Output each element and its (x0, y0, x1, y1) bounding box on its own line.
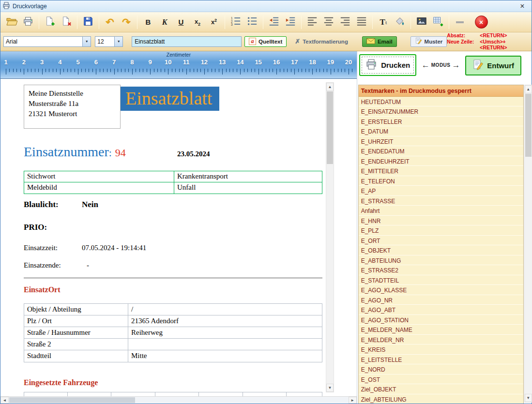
textmarken-item[interactable]: E_MELDER_NAME (359, 325, 523, 335)
chevron-down-icon[interactable]: ▼ (114, 37, 122, 46)
textmarken-item[interactable]: E_NORD (359, 364, 523, 374)
textmarken-item[interactable]: HEUTEDATUM (359, 97, 523, 107)
cell-empty (155, 392, 199, 397)
redo-button[interactable]: ↷ (118, 14, 135, 30)
insert-line-button[interactable] (452, 14, 468, 30)
outdent-button[interactable] (266, 14, 282, 30)
ruler-tick (143, 69, 143, 72)
ruler-tick (161, 69, 161, 72)
arrow-left-icon: ← (422, 61, 430, 69)
textmarken-item[interactable]: E_AGO_STATION (359, 315, 523, 325)
textmarken-item[interactable]: Ziel_ABTEILUNG (359, 394, 523, 404)
muster-button[interactable]: Muster (410, 36, 447, 47)
entwurf-button[interactable]: Entwurf (465, 56, 521, 75)
fill-color-button[interactable] (392, 14, 408, 30)
ruler-tick (345, 69, 345, 72)
align-center-button[interactable] (320, 14, 337, 30)
textmarken-item[interactable]: E_ERSTELLER (359, 117, 523, 127)
ruler-tick (28, 69, 28, 72)
chevron-down-icon[interactable]: ▼ (82, 37, 91, 46)
textmarken-item[interactable]: E_ENDEUHRZEIT (359, 156, 523, 166)
drucken-button[interactable]: Drucken (359, 54, 416, 76)
textmarken-item[interactable]: E_MITTEILER (359, 166, 523, 176)
textmarken-item[interactable]: E_HNR (359, 216, 523, 226)
hint-zeile-value: <Umsch>+<RETURN> (480, 39, 527, 51)
font-family-select[interactable]: Arial ▼ (3, 36, 91, 47)
textmarken-item[interactable]: E_KREIS (359, 344, 523, 355)
document-scrollbar[interactable]: ▲ ▼ (326, 82, 334, 393)
scrollbar-thumb[interactable] (327, 91, 333, 164)
numbered-list-button[interactable]: 123 (228, 14, 244, 30)
align-justify-button[interactable] (353, 14, 370, 30)
hint-absatz-label: Absatz: (447, 32, 478, 39)
scrollbar-thumb[interactable] (9, 397, 135, 403)
italic-button[interactable]: K (156, 14, 173, 30)
textmarken-item[interactable]: E_LEITSTELLE (359, 355, 523, 365)
textmarken-item[interactable]: E_DATUM (359, 126, 523, 136)
scroll-right-icon[interactable]: ► (349, 397, 357, 404)
bold-button[interactable]: B (140, 14, 156, 30)
textmarken-item[interactable]: E_STRASSE2 (359, 265, 523, 275)
quelltext-button[interactable]: a Quelltext (244, 36, 287, 47)
textmarken-item[interactable]: E_AGO_ABT (359, 305, 523, 315)
font-size-select[interactable]: 12 ▼ (95, 36, 123, 47)
save-button[interactable] (80, 14, 96, 30)
document-preview[interactable]: Meine Dienststelle Musterstraße 11a 2132… (0, 79, 326, 397)
scrollbar-thumb[interactable] (525, 94, 532, 157)
align-right-button[interactable] (337, 14, 353, 30)
textmarken-item[interactable]: E_EINSATZNUMMER (359, 106, 523, 117)
textmarken-item[interactable]: E_TELEFON (359, 176, 523, 186)
stichwort-table: StichwortKrankentransportMeldebildUnfall (24, 171, 322, 194)
format-bar: Arial ▼ 12 ▼ a Quelltext ✗ Textformatier… (0, 32, 532, 51)
textmarken-item[interactable]: Ziel_OBJEKT (359, 384, 523, 394)
scroll-up-icon[interactable]: ▲ (326, 83, 334, 91)
arrow-right-icon: → (452, 61, 460, 69)
bullet-list-button[interactable] (244, 14, 260, 30)
template-add-button[interactable] (42, 14, 58, 30)
superscript-button[interactable]: x2 (206, 14, 222, 30)
template-delete-button[interactable] (58, 14, 75, 30)
textmarken-item[interactable]: E_ORT (359, 236, 523, 246)
ruler-tick (31, 69, 31, 72)
image-button[interactable] (413, 14, 430, 30)
open-button[interactable] (3, 14, 20, 30)
textmarken-item[interactable]: E_OBJEKT (359, 245, 523, 255)
template-name-input[interactable] (132, 36, 242, 47)
indent-button[interactable] (282, 14, 299, 30)
print-button[interactable] (20, 14, 36, 30)
scroll-down-icon[interactable]: ▼ (525, 394, 532, 402)
close-template-button[interactable]: × (473, 14, 489, 30)
textmarken-item[interactable]: E_ENDEDATUM (359, 146, 523, 156)
textmarken-item[interactable]: E_ABTEILUNG (359, 255, 523, 266)
scroll-down-icon[interactable]: ▼ (326, 384, 334, 392)
textmarken-item[interactable]: E_PLZ (359, 225, 523, 236)
textmarken-item[interactable]: E_STRASSE (359, 196, 523, 206)
textmarken-item[interactable]: E_AGO_KLASSE (359, 285, 523, 295)
font-button[interactable]: Tt (375, 14, 392, 30)
underline-button[interactable]: U (173, 14, 189, 30)
align-left-button[interactable] (304, 14, 320, 30)
textmarken-item[interactable]: E_MELDER_NR (359, 335, 523, 345)
einsatzzeit-line: Einsatzzeit: 07.05.2024 - 19:14:41 (24, 244, 58, 252)
modus-label: MODUS (431, 62, 451, 68)
undo-button[interactable]: ↶ (102, 14, 118, 30)
textmarken-item[interactable]: Anfahrt (359, 206, 523, 216)
scroll-left-icon[interactable]: ◄ (0, 397, 9, 404)
textformatierung-button[interactable]: ✗ Textformatierung (290, 36, 352, 47)
textmarken-scrollbar[interactable]: ▲ ▼ (524, 85, 532, 403)
email-button[interactable]: Email (362, 36, 397, 47)
email-label: Email (378, 39, 393, 45)
textmarken-item[interactable]: E_OST (359, 374, 523, 385)
textmarken-item[interactable]: E_AP (359, 186, 523, 196)
subscript-button[interactable]: x2 (189, 14, 206, 30)
textmarken-item[interactable]: E_STADTTEIL (359, 275, 523, 285)
scroll-up-icon[interactable]: ▲ (525, 85, 532, 93)
textmarken-item[interactable]: E_UHRZEIT (359, 136, 523, 147)
horizontal-scrollbar[interactable]: ◄ ► (0, 396, 357, 404)
table-add-button[interactable] (430, 14, 446, 30)
table-row: Straße 2 (24, 339, 322, 350)
ruler-tick (103, 69, 104, 72)
textmarken-item[interactable]: E_AGO_NR (359, 295, 523, 305)
window-close-button[interactable]: × (515, 2, 530, 11)
superscript-icon: x2 (211, 18, 217, 26)
